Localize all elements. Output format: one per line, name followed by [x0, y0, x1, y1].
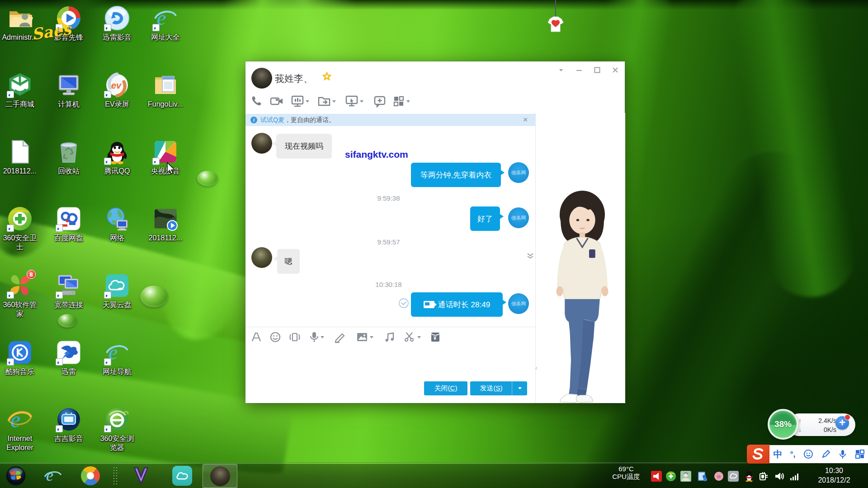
- taskbar-sogou-browser-icon[interactable]: [79, 465, 102, 487]
- tray-contact-icon[interactable]: [680, 471, 691, 482]
- peer-avatar[interactable]: [251, 247, 272, 268]
- desktop-icon-xunlei[interactable]: 迅雷: [44, 339, 94, 376]
- collapse-panel-icon[interactable]: ‹: [535, 364, 538, 371]
- voice-call-icon[interactable]: [250, 94, 263, 108]
- desktop-icon-ie[interactable]: e网址导航: [92, 339, 142, 376]
- notice-link[interactable]: 试试Q麦: [260, 116, 284, 124]
- remote-desktop-icon[interactable]: [345, 94, 359, 108]
- desktop-icon-ie[interactable]: e网址大全: [141, 5, 190, 42]
- send-button[interactable]: 发送(S): [470, 381, 527, 395]
- desktop-icon-kugou[interactable]: 酷狗音乐: [0, 339, 45, 376]
- scroll-to-bottom-icon[interactable]: [527, 253, 534, 258]
- app-panel-icon[interactable]: [392, 94, 405, 108]
- sogou-mic-icon[interactable]: [838, 449, 847, 459]
- tray-pig-icon[interactable]: [713, 471, 724, 482]
- sogou-pencil-icon[interactable]: [821, 449, 831, 459]
- desktop-icon-br360[interactable]: 360安全浏览器: [92, 406, 142, 452]
- desktop-icon-pc[interactable]: 计算机: [44, 72, 94, 109]
- shortcut-arrow-badge: [104, 158, 111, 165]
- taskbar-active-chat[interactable]: [203, 464, 237, 488]
- window-menu-button[interactable]: [557, 66, 565, 74]
- video-call-icon[interactable]: [270, 94, 283, 108]
- ie-icon: e: [152, 5, 179, 31]
- red-packet-icon[interactable]: ¥: [430, 330, 441, 344]
- dropdown-caret[interactable]: [306, 100, 309, 103]
- desktop-icon-ershou[interactable]: 二手商城: [0, 72, 45, 109]
- start-button[interactable]: [5, 465, 27, 487]
- desktop-icon-guanjia[interactable]: 8360软件管家: [0, 272, 45, 319]
- dropdown-caret[interactable]: [406, 100, 410, 103]
- desktop-icon-doc[interactable]: 2018112...: [0, 139, 45, 176]
- dropdown-caret[interactable]: [417, 336, 421, 338]
- emoji-icon[interactable]: [269, 330, 281, 344]
- desktop-icon-tianyi[interactable]: 天翼云盘: [92, 272, 142, 310]
- shortcut-arrow-badge: [104, 91, 111, 98]
- sogou-emoji-icon[interactable]: [803, 449, 813, 459]
- tray-power-icon[interactable]: [759, 471, 769, 482]
- peer-avatar[interactable]: [251, 133, 272, 154]
- shortcut-arrow-badge: [7, 291, 14, 299]
- self-avatar[interactable]: 借条网: [508, 162, 529, 183]
- close-button[interactable]: [611, 66, 619, 74]
- self-avatar[interactable]: 借条网: [508, 207, 529, 228]
- dropdown-caret[interactable]: [332, 100, 336, 103]
- taskbar-ie-icon[interactable]: e: [42, 465, 64, 487]
- shortcut-arrow-badge: [104, 358, 111, 366]
- tray-cloud-icon[interactable]: [728, 471, 739, 482]
- tray-qq-icon[interactable]: [744, 471, 755, 482]
- music-icon[interactable]: [384, 330, 395, 344]
- memory-ball[interactable]: 38%: [768, 409, 798, 440]
- desktop-icon-wangluo[interactable]: 网络: [92, 206, 142, 243]
- close-chat-button[interactable]: 关闭(C): [424, 381, 467, 395]
- font-icon[interactable]: [250, 330, 262, 344]
- sogou-toolbox-icon[interactable]: [855, 449, 865, 459]
- desktop-icon-vid[interactable]: 2018112...: [141, 206, 190, 243]
- desktop-icon-kuandai[interactable]: 宽带连接: [44, 272, 94, 310]
- image-icon[interactable]: [356, 330, 368, 344]
- window-shake-icon[interactable]: [288, 330, 301, 344]
- desktop-icon-adminfolder[interactable]: Administr...: [0, 5, 45, 42]
- sogou-punct[interactable]: °,: [790, 450, 795, 459]
- taskbar-cloud-icon[interactable]: [171, 465, 193, 487]
- dropdown-caret[interactable]: [360, 100, 363, 103]
- screenshot-icon[interactable]: [403, 330, 416, 344]
- maximize-button[interactable]: [593, 66, 601, 74]
- desktop-icon-baidu[interactable]: 百度网盘: [44, 206, 94, 243]
- tray-bluedoc-icon[interactable]: [697, 471, 708, 482]
- notice-close-icon[interactable]: ✕: [523, 116, 528, 123]
- desktop-icon-iebig[interactable]: eInternetExplorer: [0, 406, 45, 452]
- sogou-toolbar[interactable]: 中 °,: [769, 445, 868, 463]
- sogou-logo[interactable]: [747, 445, 769, 464]
- audio-message-icon[interactable]: [309, 330, 319, 344]
- handwriting-icon[interactable]: [334, 330, 347, 344]
- send-file-icon[interactable]: [317, 94, 331, 108]
- qmic-icon[interactable]: [291, 94, 304, 108]
- desktop-icon-fungo[interactable]: FungoLiv...: [141, 72, 190, 109]
- tshirt-gadget[interactable]: [544, 0, 567, 38]
- baidu-icon: [56, 206, 82, 232]
- dropdown-caret[interactable]: [321, 336, 324, 338]
- desktop-icon-xlyy[interactable]: 迅雷影音: [92, 5, 142, 42]
- desktop-icon-yyxf[interactable]: 影音先锋: [44, 5, 94, 42]
- taskbar-clock[interactable]: 10:30 2018/12/2: [809, 466, 859, 485]
- taskbar-vagaa-icon[interactable]: [130, 465, 152, 487]
- sogou-input-bar[interactable]: 中 °,: [747, 445, 868, 464]
- contact-avatar[interactable]: [251, 68, 272, 89]
- desktop-icon-bin[interactable]: 回收站: [44, 139, 94, 176]
- desktop-icon-weishi[interactable]: 360安全卫士: [0, 206, 45, 252]
- minimize-button[interactable]: [575, 66, 583, 74]
- tray-360-icon[interactable]: [665, 471, 676, 482]
- self-avatar[interactable]: 借条网: [508, 293, 529, 314]
- tray-video-alert-icon[interactable]: [651, 471, 662, 482]
- desktop-icon-ev[interactable]: evEV录屏: [92, 72, 142, 109]
- shortcut-arrow-badge: [104, 24, 111, 31]
- desktop-icon-label: 宽带连接: [44, 300, 94, 310]
- anonymous-chat-icon[interactable]: [373, 94, 386, 108]
- desktop-icon-jiji[interactable]: 吉吉影音: [44, 406, 94, 443]
- tray-network-icon[interactable]: [789, 471, 800, 482]
- tray-volume-icon[interactable]: [774, 471, 785, 482]
- sogou-mode-cn[interactable]: 中: [773, 448, 782, 460]
- dropdown-caret[interactable]: [370, 336, 373, 338]
- desktop-icon-qq[interactable]: 腾讯QQ: [92, 139, 142, 176]
- send-options-caret[interactable]: [512, 381, 527, 395]
